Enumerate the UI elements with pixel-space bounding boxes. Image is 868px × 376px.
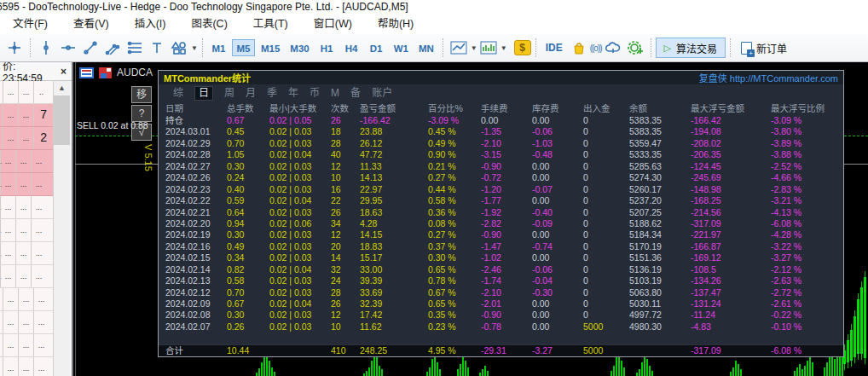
- stats-cell: 2024.02.08: [165, 309, 227, 321]
- stats-tab-综[interactable]: 综: [173, 87, 183, 100]
- stats-cell: 0.67: [227, 298, 269, 309]
- panel-button-?[interactable]: ?: [131, 105, 152, 122]
- timeframe-m30[interactable]: M30: [286, 39, 313, 56]
- stats-cell: 0.02 | 0.03: [269, 161, 331, 172]
- candle-body: [854, 316, 856, 357]
- stats-cell: 2024.02.16: [165, 241, 227, 252]
- stats-tab-备[interactable]: 备: [350, 87, 361, 100]
- stats-cell: 0.27 %: [428, 229, 481, 240]
- stats-row: 2024.02.220.590.02 | 0.042229.950.58 %-1…: [159, 195, 843, 206]
- market-watch-row[interactable]: ...........: [0, 265, 53, 288]
- chart-type-dropdown-icon[interactable]: ▼: [471, 44, 477, 52]
- toolbar: ▼ M1M5M15M30H1H4D1W1MN ▼ ▼ $ IDE ((o)) ▷…: [0, 34, 868, 62]
- stats-tab-日[interactable]: 日: [194, 86, 213, 101]
- algo-trading-button[interactable]: ▷ 算法交易: [656, 38, 726, 58]
- save-icon[interactable]: [99, 67, 112, 78]
- market-watch-row[interactable]: .........: [0, 334, 53, 357]
- channel-icon[interactable]: [101, 38, 124, 58]
- menu-item[interactable]: 帮助(H): [365, 14, 426, 34]
- signals-icon[interactable]: ((o)): [590, 43, 602, 53]
- stats-tab-账户[interactable]: 账户: [372, 87, 392, 100]
- menu-item[interactable]: 查看(V): [61, 14, 122, 34]
- toolbar-separator: [651, 38, 651, 57]
- market-watch-row[interactable]: ......2: [0, 127, 53, 150]
- vertical-line-icon[interactable]: [35, 38, 57, 58]
- fibonacci-icon[interactable]: [124, 38, 146, 58]
- timeframe-w1[interactable]: W1: [390, 39, 413, 56]
- menu-item[interactable]: 文件(F): [0, 14, 61, 34]
- stats-tab-年[interactable]: 年: [288, 87, 298, 100]
- market-watch-row[interactable]: ...........: [0, 173, 53, 196]
- text-icon[interactable]: [146, 38, 168, 58]
- stats-cell: -3.27 %: [771, 252, 843, 263]
- market-watch-row[interactable]: ........: [0, 81, 53, 104]
- volume-bar: [439, 369, 441, 376]
- horizontal-line-icon[interactable]: [57, 38, 79, 58]
- copy-plus-icon[interactable]: [624, 38, 646, 58]
- ide-button[interactable]: IDE: [541, 42, 568, 54]
- stats-cell: 47.72: [360, 149, 428, 160]
- new-order-button[interactable]: + 新订单: [735, 38, 793, 58]
- stats-tab-周[interactable]: 周: [224, 87, 234, 100]
- timeframe-d1[interactable]: D1: [365, 39, 388, 56]
- stats-total-row: 合计10.44410248.254.95 %-29.31-3.275000-31…: [159, 344, 843, 356]
- timeframe-m5[interactable]: M5: [232, 39, 255, 56]
- stats-tab-币[interactable]: 币: [310, 87, 320, 100]
- volume-bar: [735, 361, 737, 376]
- stats-tab-季[interactable]: 季: [267, 87, 277, 100]
- timeframe-m1[interactable]: M1: [207, 39, 230, 56]
- stats-column-header: 出入金: [583, 102, 629, 115]
- stats-cell: 4.28: [360, 218, 428, 229]
- stats-cell: 0: [583, 172, 629, 183]
- scroll-up-icon[interactable]: ▲: [54, 81, 70, 95]
- panel-button-移[interactable]: 移: [131, 86, 152, 103]
- indicators-icon[interactable]: [477, 38, 500, 58]
- menu-item[interactable]: 工具(T): [240, 14, 301, 34]
- market-watch-scrollbar[interactable]: ▲: [53, 81, 70, 376]
- stats-cell: 0.02 | 0.03: [269, 229, 331, 240]
- shapes-dropdown-icon[interactable]: ▼: [191, 44, 198, 52]
- stats-panel-brand-link[interactable]: 复盘侠 http://MTCommander.com: [699, 71, 838, 84]
- depth-of-market-icon[interactable]: [79, 67, 94, 78]
- scrollbar-thumb[interactable]: [54, 95, 70, 145]
- timeframe-mn[interactable]: MN: [414, 39, 438, 56]
- volume-bar: [379, 366, 380, 376]
- market-watch-row[interactable]: .........: [0, 357, 53, 376]
- menu-item[interactable]: 插入(I): [122, 14, 179, 34]
- stats-cell: -108.5: [691, 264, 771, 275]
- stats-cell: 0.30 %: [428, 252, 481, 263]
- market-watch-cell: ...: [15, 173, 31, 195]
- timeframe-h4[interactable]: H4: [340, 39, 363, 56]
- stats-total-cell: [629, 345, 691, 356]
- menu-item[interactable]: 图表(C): [178, 14, 240, 34]
- volume-bar: [479, 373, 481, 376]
- menu-item[interactable]: 窗口(W): [301, 14, 365, 34]
- stats-cell: 0.37 %: [428, 241, 481, 252]
- market-watch-row[interactable]: ...........: [0, 196, 53, 219]
- chart-type-icon[interactable]: [448, 38, 470, 58]
- stats-cell: -206.35: [691, 149, 771, 160]
- stats-tab-月[interactable]: 月: [246, 87, 256, 100]
- market-watch-row[interactable]: ...........: [0, 242, 53, 265]
- market-watch-row[interactable]: ...........: [0, 150, 53, 173]
- timeframe-h1[interactable]: H1: [315, 39, 339, 56]
- dollar-icon[interactable]: $: [514, 40, 531, 55]
- market-watch-row[interactable]: .........: [0, 311, 53, 334]
- stats-cell: 2024.02.13: [165, 275, 227, 286]
- trendline-icon[interactable]: [79, 38, 101, 58]
- timeframe-m15[interactable]: M15: [257, 39, 284, 56]
- indicators-dropdown-icon[interactable]: ▼: [501, 44, 507, 52]
- crosshair-icon[interactable]: [3, 38, 26, 58]
- stats-column-header: 余额: [629, 102, 691, 115]
- market-bag-icon[interactable]: [568, 38, 590, 58]
- stats-cell: 0: [583, 149, 629, 160]
- close-icon[interactable]: ×: [58, 66, 69, 78]
- stats-cell: -166.42: [691, 115, 771, 126]
- shapes-icon[interactable]: [168, 38, 190, 58]
- stats-tab-M[interactable]: M: [331, 87, 339, 100]
- market-watch-row[interactable]: ...........: [0, 219, 53, 242]
- volume-bar: [376, 357, 378, 376]
- market-watch-row[interactable]: .........: [0, 288, 53, 311]
- market-watch-row[interactable]: ......7: [0, 104, 53, 127]
- cloud-icon[interactable]: [602, 38, 624, 58]
